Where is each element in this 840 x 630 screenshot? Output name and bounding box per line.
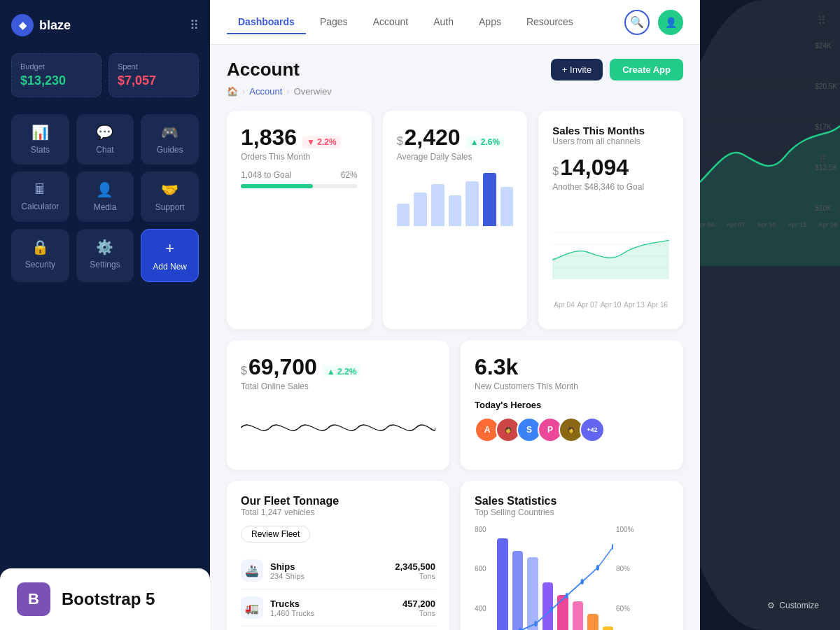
nav-label-chat: Chat [96,145,113,155]
bar-2 [414,192,427,226]
bar-3 [431,184,444,226]
trucks-value: 457,200 [402,598,435,609]
customize-icon: ⚙ [767,601,775,610]
stats-icon: 📊 [31,124,49,141]
tab-auth[interactable]: Auth [422,10,465,34]
nav-item-calculator[interactable]: 🖩 Calculator [11,172,69,222]
nav-item-support[interactable]: 🤝 Support [141,172,199,222]
tab-account[interactable]: Account [362,10,420,34]
create-app-button[interactable]: Create App [610,59,683,80]
right-x-apr7: Apr 07 [727,221,746,228]
tab-resources[interactable]: Resources [515,10,584,34]
nav-label-calculator: Calculator [21,202,59,211]
right-x-apr10: Apr 10 [757,221,776,228]
spent-value: $7,057 [118,74,190,88]
daily-sales-card: $ 2,420 ▲ 2.6% Average Daily Sales [383,111,528,329]
svg-point-10 [596,565,599,570]
nav-label-settings: Settings [90,260,120,270]
budget-cards: Budget $13,230 Spent $7,057 [11,53,199,97]
right-x-apr4: Apr 04 [700,221,715,228]
customize-button[interactable]: ⚙ Customize [757,595,829,616]
tab-pages[interactable]: Pages [309,10,359,34]
new-customers-card: 6.3k New Customers This Month Today's He… [461,340,683,470]
nav-item-media[interactable]: 👤 Media [76,172,134,222]
ships-desc: 234 Ships [270,572,304,580]
y-label-400: 400 [475,605,494,612]
page-content: Account + Invite Create App 🏠 › Account … [210,45,700,630]
ships-name: Ships [270,561,304,572]
fleet-row-ships: 🚢 Ships 234 Ships 2,345,500 Tons [241,552,435,589]
bar-7 [500,187,514,226]
sales-month-subtitle: Users from all channels [552,136,669,146]
sales-line-overlay [497,526,613,630]
nav-item-chat[interactable]: 💬 Chat [76,114,134,164]
pct-label-100: 100% [616,526,669,533]
total-online-badge: ▲ 2.2% [323,365,361,378]
sidebar: ◆ blaze ⠿ Budget $13,230 Spent $7,057 📊 … [0,0,210,630]
review-fleet-button[interactable]: Review Fleet [241,526,310,542]
right-axis-24k: $24K [815,42,837,50]
fleet-row-trucks: 🚛 Trucks 1,460 Trucks 457,200 Tons [241,589,435,626]
sales-stats-title: Sales Statistics [475,495,669,507]
spent-label: Spent [118,62,190,71]
svg-point-8 [565,593,568,598]
orders-value: 1,836 [241,125,297,150]
right-x-apr16: Apr 16 [818,221,837,228]
sales-month-value: 14,094 [560,155,629,181]
fleet-subtitle: Total 1,247 vehicles [241,507,435,517]
nav-item-settings[interactable]: ⚙️ Settings [76,229,134,282]
page-title: Account [227,59,300,80]
nav-grid: 📊 Stats 💬 Chat 🎮 Guides 🖩 Calculator 👤 M… [11,114,199,282]
budget-card: Budget $13,230 [11,53,102,97]
nav-label-security: Security [25,260,55,270]
nav-label-media: Media [94,202,117,212]
page-actions: + Invite Create App [551,59,683,80]
tab-apps[interactable]: Apps [468,10,512,34]
new-customers-value: 6.3k [475,354,669,380]
breadcrumb-overview: Overwiev [294,86,332,97]
orders-badge: ▼ 2.2% [302,136,341,148]
new-customers-label: New Customers This Month [475,382,669,391]
total-online-card: $ 69,700 ▲ 2.2% Total Online Sales [227,340,449,470]
chat-icon: 💬 [96,124,113,141]
guides-icon: 🎮 [161,124,178,141]
nav-item-add-new[interactable]: + Add New [141,229,199,282]
x-label-5: Apr 16 [648,301,668,309]
search-button[interactable]: 🔍 [624,10,650,35]
nav-item-security[interactable]: 🔒 Security [11,229,69,282]
breadcrumb-home[interactable]: 🏠 [227,86,238,97]
svg-point-9 [581,579,584,584]
menu-icon[interactable]: ⠿ [190,18,199,33]
orders-label: Orders This Month [241,152,358,162]
top-nav-tabs: Dashboards Pages Account Auth Apps Resou… [227,10,584,34]
trucks-desc: 1,460 Trucks [270,609,314,617]
breadcrumb-account[interactable]: Account [249,86,282,97]
heroes-label: Today's Heroes [475,400,669,410]
notification-button[interactable]: 👤 [658,10,683,35]
bottom-grid: Our Fleet Tonnage Total 1,247 vehicles R… [227,481,683,630]
bar-6 [483,173,496,226]
stats-row-1: 1,836 ▼ 2.2% Orders This Month 1,048 to … [227,111,683,329]
nav-item-stats[interactable]: 📊 Stats [11,114,69,164]
stats-row-2: $ 69,700 ▲ 2.2% Total Online Sales 6.3k … [227,340,683,470]
logo-text: blaze [39,18,71,33]
pct-label-60: 60% [616,605,669,612]
invite-button[interactable]: + Invite [551,59,603,80]
pct-label-80: 80% [616,565,669,573]
x-label-2: Apr 07 [578,301,598,309]
trucks-name: Trucks [270,598,314,609]
ships-unit: Tons [395,572,435,580]
panel-dots: ⠿ [818,14,826,27]
bar-5 [465,181,479,226]
nav-label-guides: Guides [157,145,183,155]
trucks-icon: 🚛 [241,596,263,619]
media-icon: 👤 [96,181,113,198]
tab-dashboards[interactable]: Dashboards [227,10,306,34]
orders-card: 1,836 ▼ 2.2% Orders This Month 1,048 to … [227,111,372,329]
sales-stats-card: Sales Statistics Top Selling Countries 8… [461,481,683,630]
top-nav-actions: 🔍 👤 [624,10,683,35]
y-label-600: 600 [475,565,494,573]
nav-item-guides[interactable]: 🎮 Guides [141,114,199,164]
fleet-row-planes: ✈️ Planes 8 Aircrafts 1,240 Tons [241,626,435,630]
budget-label: Budget [20,62,92,71]
